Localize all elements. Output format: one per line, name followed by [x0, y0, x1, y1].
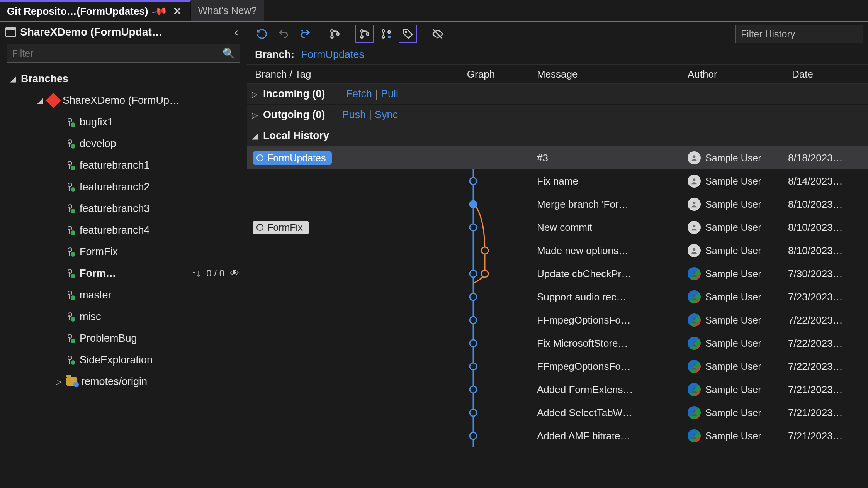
col-date[interactable]: Date [792, 68, 868, 80]
branch-item[interactable]: featurebranch1 [0, 154, 247, 176]
commit-date: 7/22/2023… [788, 361, 843, 373]
collapse-icon[interactable]: ◢ [36, 96, 44, 105]
branch-item[interactable]: master [0, 284, 247, 306]
svg-point-2 [331, 36, 333, 38]
branch-item[interactable]: develop [0, 133, 247, 154]
branch-item[interactable]: FormFix [0, 241, 247, 263]
avatar-icon [688, 175, 701, 188]
commit-message: Update cbCheckPr… [537, 268, 680, 280]
commit-date: 7/22/2023… [788, 314, 843, 326]
commit-row[interactable]: Support audio rec…Sample User7/23/2023… [247, 285, 868, 308]
redo-button[interactable] [296, 25, 314, 43]
commit-row[interactable]: Fix MicrosoftStore…Sample User7/22/2023… [247, 332, 868, 355]
branch-item[interactable]: bugfix1 [0, 111, 247, 133]
svg-point-7 [382, 30, 384, 32]
col-message[interactable]: Message [537, 68, 688, 80]
folder-remote-icon [66, 377, 77, 386]
branch-item-current[interactable]: Form… ↑↓ 0 / 0 👁 [0, 263, 247, 284]
svg-point-10 [388, 36, 391, 39]
local-history-section[interactable]: ◢ Local History [247, 125, 868, 146]
commit-row[interactable]: Fix nameSample User8/14/2023… [247, 169, 868, 193]
pull-link[interactable]: Pull [381, 88, 398, 100]
branch-item[interactable]: featurebranch2 [0, 176, 247, 198]
branch-name[interactable]: FormUpdates [301, 49, 365, 60]
col-graph[interactable]: Graph [425, 68, 537, 80]
svg-point-0 [301, 30, 303, 32]
eye-icon[interactable]: 👁 [230, 268, 239, 279]
branch-tag-current[interactable]: FormUpdates [253, 151, 332, 165]
undo-button[interactable] [274, 25, 293, 43]
commit-author: Sample User [688, 383, 788, 396]
branch-item[interactable]: SideExploration [0, 349, 247, 371]
expand-icon[interactable]: ▷ [252, 90, 258, 99]
refresh-button[interactable] [253, 25, 271, 43]
collapse-icon[interactable]: ◢ [252, 131, 258, 141]
avatar-icon [688, 267, 701, 280]
show-tags-button[interactable] [399, 25, 417, 43]
commit-row[interactable]: Added AMF bitrate…Sample User7/21/2023… [247, 424, 868, 447]
branch-icon [66, 246, 76, 257]
commit-message: Fix name [537, 175, 680, 187]
branch-icon [66, 311, 76, 322]
show-local-branches-button[interactable] [326, 25, 344, 43]
commit-row[interactable]: Added FormExtens…Sample User7/21/2023… [247, 378, 868, 401]
repo-node[interactable]: ◢ ShareXDemo (FormUp… [0, 90, 247, 111]
commit-row[interactable]: FFmpegOptionsFo…Sample User7/22/2023… [247, 308, 868, 332]
filter-history-input[interactable]: Filter History [735, 25, 863, 43]
commit-author: Sample User [688, 151, 788, 164]
outgoing-section[interactable]: ▷ Outgoing (0) Push|Sync [247, 105, 868, 125]
commit-row[interactable]: Made new options…Sample User8/10/2023… [247, 239, 868, 262]
svg-point-37 [693, 341, 696, 343]
outgoing-title: Outgoing (0) [263, 109, 325, 121]
branches-node[interactable]: ◢ Branches [0, 68, 247, 90]
branch-item[interactable]: featurebranch4 [0, 219, 247, 241]
col-author[interactable]: Author [688, 68, 792, 80]
branch-label: FormFix [80, 246, 118, 258]
tab-whats-new[interactable]: What's New? [191, 0, 264, 21]
collapse-icon[interactable]: ◢ [8, 74, 17, 83]
commit-row[interactable]: FormUpdates#3Sample User8/18/2023… [247, 146, 868, 169]
commit-date: 8/10/2023… [788, 198, 843, 210]
pin-icon[interactable]: 📌 [151, 3, 168, 20]
branch-filter[interactable]: 🔍 [7, 44, 240, 63]
commit-row[interactable]: FFmpegOptionsFo…Sample User7/22/2023… [247, 355, 868, 378]
col-branch-tag[interactable]: Branch / Tag [247, 68, 425, 80]
branch-label: develop [80, 138, 116, 150]
tab-strip: Git Reposito…(FormUpdates) 📌 ✕ What's Ne… [0, 0, 868, 22]
separator [350, 27, 350, 41]
commit-date: 7/21/2023… [788, 430, 843, 442]
expand-icon[interactable]: ▷ [252, 110, 258, 120]
commit-row[interactable]: Added SelectTabW…Sample User7/21/2023… [247, 401, 868, 424]
avatar-icon [688, 406, 701, 419]
commit-row[interactable]: FormFixNew commitSample User8/10/2023… [247, 216, 868, 239]
commit-message: New commit [537, 222, 680, 234]
incoming-section[interactable]: ▷ Incoming (0) Fetch|Pull [247, 84, 868, 105]
show-all-branches-button[interactable] [377, 25, 396, 43]
avatar-icon [688, 290, 701, 303]
branch-item[interactable]: ProblemBug [0, 327, 247, 349]
commit-message: Merge branch 'For… [537, 198, 680, 210]
expand-icon[interactable]: ▷ [54, 377, 63, 386]
separator [320, 27, 320, 41]
branch-icon [66, 354, 76, 365]
sync-link[interactable]: Sync [375, 109, 398, 120]
push-link[interactable]: Push [342, 109, 366, 120]
branch-filter-input[interactable] [12, 48, 223, 59]
branch-item[interactable]: misc [0, 306, 247, 327]
avatar-icon [688, 383, 701, 396]
svg-point-1 [331, 30, 333, 32]
branch-item[interactable]: featurebranch3 [0, 198, 247, 219]
commit-row[interactable]: Update cbCheckPr…Sample User7/30/2023… [247, 262, 868, 285]
close-icon[interactable]: ✕ [171, 5, 183, 17]
tab-git-repository[interactable]: Git Reposito…(FormUpdates) 📌 ✕ [0, 0, 191, 21]
remotes-node[interactable]: ▷ remotes/origin [0, 371, 247, 392]
branch-icon [66, 203, 76, 214]
fetch-link[interactable]: Fetch [346, 88, 372, 100]
branch-tag[interactable]: FormFix [253, 221, 309, 234]
search-icon[interactable]: 🔍 [223, 47, 235, 59]
branch-label: featurebranch1 [80, 159, 150, 171]
back-chevron-icon[interactable]: ‹ [231, 25, 241, 39]
hide-unreachable-button[interactable] [428, 25, 447, 43]
show-remote-branches-button[interactable] [355, 25, 374, 43]
commit-row[interactable]: Merge branch 'For…Sample User8/10/2023… [247, 193, 868, 216]
